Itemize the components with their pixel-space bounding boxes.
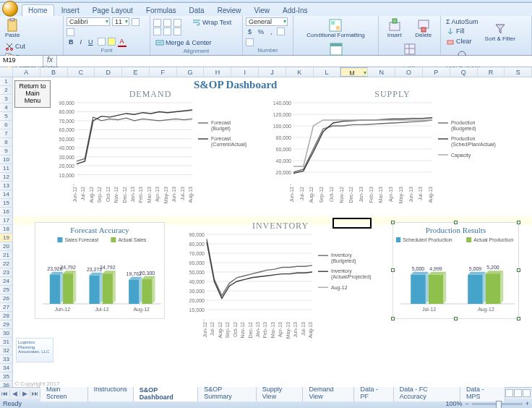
col-header-N[interactable]: N bbox=[368, 67, 395, 77]
row-header-1[interactable]: 1 bbox=[0, 77, 12, 86]
name-box[interactable]: M19 bbox=[0, 56, 43, 67]
row-header-27[interactable]: 27 bbox=[0, 303, 12, 312]
col-header-H[interactable]: H bbox=[204, 67, 231, 77]
forecast-accuracy-chart[interactable]: Forecast Accuracy Sales ForecastActual S… bbox=[35, 222, 165, 319]
row-header-10[interactable]: 10 bbox=[0, 156, 12, 164]
active-cell[interactable] bbox=[332, 218, 372, 229]
conditional-formatting-button[interactable]: Conditional Formatting bbox=[304, 17, 366, 39]
col-header-Q[interactable]: Q bbox=[450, 67, 478, 77]
sheet-tab-data-pf[interactable]: Data - PF bbox=[354, 385, 393, 401]
office-button[interactable] bbox=[2, 1, 18, 17]
production-results-chart[interactable]: Production Results Scheduled ProductionA… bbox=[392, 222, 519, 319]
return-main-menu-button[interactable]: Return to Main Menu bbox=[14, 80, 51, 108]
paste-button[interactable]: Paste bbox=[3, 17, 22, 39]
row-header-18[interactable]: 18 bbox=[0, 225, 12, 234]
align-right[interactable] bbox=[173, 27, 181, 35]
row-header-7[interactable]: 7 bbox=[0, 129, 12, 138]
row-header-33[interactable]: 33 bbox=[0, 355, 12, 364]
cut-button[interactable]: Cut bbox=[3, 41, 61, 51]
grow-font[interactable] bbox=[132, 18, 140, 26]
sheet-tab-data-fc-accuracy[interactable]: Data - FC Accuracy bbox=[394, 385, 460, 401]
demand-chart[interactable]: DEMAND 10,00020,00030,00040,00050,00060,… bbox=[49, 89, 252, 210]
row-header-25[interactable]: 25 bbox=[0, 286, 12, 294]
underline-button[interactable]: U bbox=[86, 38, 95, 46]
ribbon-tab-review[interactable]: Review bbox=[212, 5, 247, 16]
merge-center-button[interactable]: Merge & Center bbox=[153, 38, 214, 48]
zoom-in[interactable]: + bbox=[525, 400, 529, 407]
view-normal[interactable] bbox=[505, 389, 513, 397]
row-header-26[interactable]: 26 bbox=[0, 294, 12, 303]
sheet-tab-main-screen[interactable]: Main Screen bbox=[40, 385, 88, 401]
increase-decimal[interactable] bbox=[277, 27, 285, 35]
currency-button[interactable]: $ bbox=[246, 27, 254, 36]
row-header-24[interactable]: 24 bbox=[0, 277, 12, 286]
formula-input[interactable] bbox=[56, 56, 532, 67]
row-header-3[interactable]: 3 bbox=[0, 95, 12, 103]
border-button[interactable] bbox=[98, 38, 106, 46]
row-header-9[interactable]: 9 bbox=[0, 147, 12, 156]
clear-button[interactable]: Clear bbox=[444, 36, 481, 46]
align-top[interactable] bbox=[153, 19, 161, 27]
font-color-button[interactable]: A bbox=[118, 37, 126, 47]
row-header-8[interactable]: 8 bbox=[0, 138, 12, 147]
col-header-R[interactable]: R bbox=[478, 67, 505, 77]
decrease-decimal[interactable] bbox=[246, 38, 254, 46]
supply-chart[interactable]: SUPPLY 20,00040,00060,00080,000100,00012… bbox=[266, 89, 519, 210]
row-header-11[interactable]: 11 bbox=[0, 164, 12, 173]
row-header-28[interactable]: 28 bbox=[0, 312, 12, 320]
row-header-22[interactable]: 22 bbox=[0, 260, 12, 268]
font-size-select[interactable]: 11 bbox=[112, 17, 129, 26]
bold-button[interactable]: B bbox=[66, 38, 76, 46]
fx-icon[interactable]: fx bbox=[43, 56, 56, 67]
select-all-corner[interactable] bbox=[0, 67, 13, 77]
align-left[interactable] bbox=[153, 27, 161, 35]
col-header-D[interactable]: D bbox=[95, 67, 122, 77]
row-header-6[interactable]: 6 bbox=[0, 121, 12, 129]
row-header-31[interactable]: 31 bbox=[0, 338, 12, 347]
ribbon-tab-home[interactable]: Home bbox=[22, 4, 54, 16]
sheet-tab-s-op-summary[interactable]: S&OP Summary bbox=[198, 385, 257, 401]
view-break[interactable] bbox=[523, 389, 531, 397]
ribbon-tab-page-layout[interactable]: Page Layout bbox=[87, 5, 139, 16]
col-header-G[interactable]: G bbox=[177, 67, 205, 77]
col-header-S[interactable]: S bbox=[505, 67, 532, 77]
inventory-chart[interactable]: INVENTORY 10,00020,00030,00040,00050,000… bbox=[179, 221, 382, 345]
col-header-J[interactable]: J bbox=[259, 67, 286, 77]
shrink-font[interactable] bbox=[66, 28, 74, 36]
row-header-16[interactable]: 16 bbox=[0, 208, 12, 216]
row-header-32[interactable]: 32 bbox=[0, 347, 12, 355]
col-header-L[interactable]: L bbox=[314, 67, 341, 77]
row-header-29[interactable]: 29 bbox=[0, 320, 12, 329]
fill-color-button[interactable] bbox=[108, 38, 116, 46]
align-middle[interactable] bbox=[163, 19, 171, 27]
align-bottom[interactable] bbox=[173, 19, 181, 27]
col-header-P[interactable]: P bbox=[423, 67, 450, 77]
sort-filter-button[interactable]: Sort & Filter bbox=[483, 21, 518, 43]
row-header-13[interactable]: 13 bbox=[0, 182, 12, 190]
row-header-23[interactable]: 23 bbox=[0, 268, 12, 277]
view-layout[interactable] bbox=[514, 389, 522, 397]
sheet-tab-demand-view[interactable]: Demand View bbox=[303, 385, 354, 401]
row-header-14[interactable]: 14 bbox=[0, 190, 12, 199]
ribbon-tab-view[interactable]: View bbox=[248, 5, 275, 16]
row-header-4[interactable]: 4 bbox=[0, 103, 12, 112]
ribbon-tab-insert[interactable]: Insert bbox=[56, 5, 85, 16]
row-header-30[interactable]: 30 bbox=[0, 329, 12, 338]
col-header-O[interactable]: O bbox=[395, 67, 423, 77]
col-header-B[interactable]: B bbox=[40, 67, 68, 77]
col-header-I[interactable]: I bbox=[231, 67, 259, 77]
sheet-tab-supply-view[interactable]: Supply View bbox=[257, 385, 304, 401]
col-header-C[interactable]: C bbox=[68, 67, 95, 77]
autosum-button[interactable]: Σ AutoSum bbox=[444, 17, 481, 26]
row-header-36[interactable]: 36 bbox=[0, 381, 12, 387]
row-header-20[interactable]: 20 bbox=[0, 242, 12, 251]
insert-cells-button[interactable]: Insert bbox=[385, 17, 404, 39]
ribbon-tab-formulas[interactable]: Formulas bbox=[140, 5, 182, 16]
percent-button[interactable]: % bbox=[256, 27, 266, 36]
row-header-21[interactable]: 21 bbox=[0, 251, 12, 260]
zoom-out[interactable]: − bbox=[465, 400, 468, 407]
col-header-F[interactable]: F bbox=[150, 67, 177, 77]
tab-nav[interactable]: ⏮◀▶⏭ bbox=[0, 390, 40, 397]
wrap-text-button[interactable]: Wrap Text bbox=[190, 17, 233, 27]
sheet-tab-data-mps[interactable]: Data - MPS bbox=[460, 385, 505, 401]
